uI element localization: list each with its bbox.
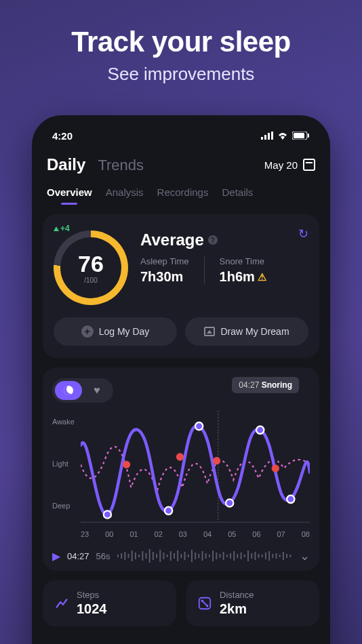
- date-label: May 20: [264, 159, 298, 171]
- stats-row: Steps 1024 Distance 2km: [43, 580, 319, 626]
- playback-row: ▶ 04:27 56s ⌄: [52, 548, 310, 564]
- date-picker[interactable]: May 20: [264, 159, 315, 171]
- sub-tabs: Overview Analysis Recordings Details: [43, 177, 319, 205]
- asleep-label: Asleep Time: [140, 256, 189, 266]
- toggle-heart[interactable]: ♥: [83, 381, 110, 400]
- svg-rect-46: [212, 550, 214, 561]
- snore-value: 1h6m: [220, 269, 255, 285]
- svg-rect-57: [251, 553, 252, 559]
- log-label: Log My Day: [99, 326, 150, 337]
- distance-card[interactable]: Distance 2km: [186, 580, 319, 626]
- distance-label: Distance: [220, 590, 254, 600]
- subtab-overview[interactable]: Overview: [47, 186, 92, 205]
- svg-rect-63: [272, 554, 273, 558]
- refresh-icon[interactable]: ↻: [298, 226, 308, 241]
- svg-rect-53: [237, 554, 238, 558]
- score-card: +4 ↻ 76 /100 Average ? Asleep Time: [43, 214, 319, 358]
- svg-rect-20: [121, 553, 122, 559]
- sleep-chart[interactable]: Awake Light Deep: [52, 411, 310, 526]
- svg-point-11: [195, 422, 203, 430]
- header: Daily Trends May 20: [43, 148, 319, 177]
- svg-rect-25: [138, 555, 140, 557]
- svg-rect-41: [195, 552, 196, 559]
- svg-rect-50: [226, 555, 227, 557]
- signal-icon: [261, 130, 273, 142]
- svg-point-10: [165, 507, 172, 515]
- score-ring: 76 /100: [54, 230, 128, 305]
- score-max: /100: [84, 277, 97, 284]
- draw-my-dream-button[interactable]: Draw My Dream: [185, 317, 308, 346]
- svg-rect-51: [230, 553, 231, 559]
- svg-rect-23: [131, 550, 132, 561]
- distance-value: 2km: [220, 601, 254, 617]
- picture-icon: [204, 327, 215, 336]
- svg-rect-45: [208, 555, 209, 557]
- playback-duration: 56s: [96, 551, 110, 561]
- svg-rect-52: [233, 551, 235, 561]
- info-icon[interactable]: ?: [208, 235, 218, 245]
- promo-title: Track your sleep: [0, 26, 362, 58]
- x-axis: 23 00 01 02 03 04 05 06 07 08: [52, 530, 310, 538]
- svg-rect-35: [174, 553, 175, 559]
- snore-label: Snore Time: [220, 256, 266, 266]
- svg-rect-33: [166, 555, 167, 557]
- svg-point-18: [272, 464, 279, 472]
- playback-time: 04:27: [67, 551, 89, 561]
- svg-rect-2: [268, 133, 270, 140]
- svg-rect-28: [148, 549, 150, 563]
- svg-rect-42: [198, 554, 199, 558]
- svg-point-16: [176, 453, 184, 460]
- steps-card[interactable]: Steps 1024: [43, 580, 176, 626]
- asleep-value: 7h30m: [140, 269, 189, 285]
- svg-point-12: [226, 499, 233, 506]
- svg-point-9: [104, 510, 111, 518]
- moon-icon: [64, 386, 73, 395]
- log-my-day-button[interactable]: + Log My Day: [54, 317, 177, 346]
- svg-rect-22: [127, 554, 129, 558]
- svg-rect-1: [264, 135, 266, 140]
- status-icons: [261, 130, 310, 142]
- tab-trends[interactable]: Trends: [98, 157, 144, 174]
- svg-rect-59: [258, 554, 259, 558]
- svg-rect-61: [264, 552, 266, 559]
- subtab-recordings[interactable]: Recordings: [157, 186, 209, 205]
- svg-rect-55: [243, 555, 245, 557]
- svg-rect-37: [180, 554, 182, 558]
- svg-point-17: [213, 457, 220, 464]
- subtab-analysis[interactable]: Analysis: [106, 186, 144, 205]
- svg-rect-6: [308, 134, 309, 138]
- svg-point-15: [123, 461, 130, 468]
- svg-rect-30: [156, 554, 157, 558]
- svg-rect-5: [294, 133, 304, 138]
- play-button[interactable]: ▶: [52, 550, 60, 563]
- status-time: 4:20: [52, 130, 73, 142]
- battery-icon: [292, 130, 310, 142]
- subtab-details[interactable]: Details: [222, 186, 253, 205]
- svg-rect-49: [222, 552, 224, 560]
- svg-rect-48: [219, 554, 220, 558]
- y-deep: Deep: [52, 502, 81, 510]
- steps-value: 1024: [77, 601, 107, 617]
- rating-label: Average: [140, 230, 204, 249]
- toggle-sleep[interactable]: [55, 381, 82, 400]
- tab-daily[interactable]: Daily: [47, 155, 85, 174]
- wifi-icon: [277, 130, 288, 142]
- chart-tooltip: 04:27 Snoring: [232, 377, 299, 393]
- svg-rect-67: [286, 554, 287, 558]
- svg-rect-3: [271, 132, 273, 140]
- svg-rect-56: [247, 550, 249, 561]
- steps-label: Steps: [77, 590, 107, 600]
- expand-button[interactable]: ⌄: [300, 548, 310, 563]
- svg-rect-43: [201, 551, 203, 561]
- warning-icon: ⚠: [258, 271, 266, 283]
- chart-mode-toggle[interactable]: ♥: [52, 378, 113, 403]
- svg-rect-0: [261, 137, 263, 140]
- waveform[interactable]: [117, 548, 293, 564]
- svg-rect-47: [216, 552, 217, 559]
- y-awake: Awake: [52, 418, 81, 426]
- svg-rect-32: [163, 552, 164, 559]
- svg-rect-34: [169, 551, 171, 561]
- svg-rect-38: [184, 552, 185, 560]
- score-value: 76: [78, 252, 104, 275]
- plus-icon: +: [81, 325, 94, 338]
